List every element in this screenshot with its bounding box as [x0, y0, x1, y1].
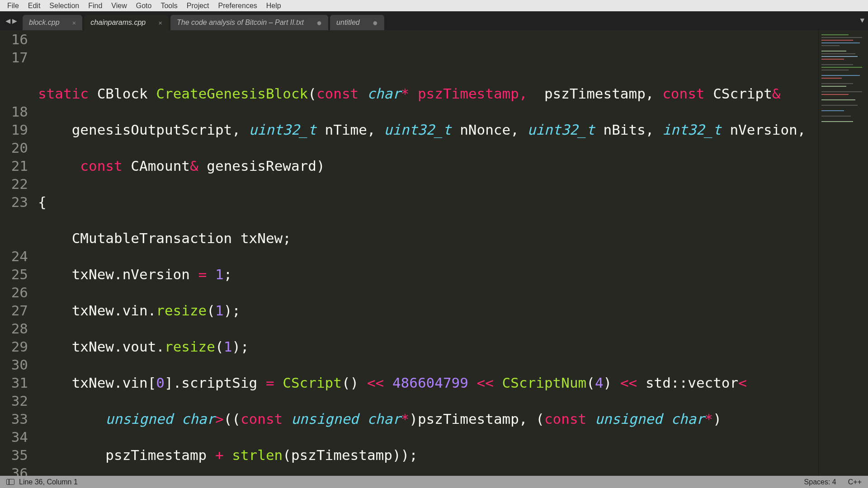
- tab-label: untitled: [336, 19, 360, 27]
- menu-project[interactable]: Project: [182, 2, 214, 10]
- tab-untitled[interactable]: untitled ●: [330, 15, 384, 30]
- nav-back-icon[interactable]: ◀: [5, 16, 10, 26]
- status-indent[interactable]: Spaces: 4: [804, 478, 836, 486]
- tab-label: chainparams.cpp: [90, 19, 146, 27]
- menu-file[interactable]: File: [3, 2, 24, 10]
- close-icon[interactable]: ×: [158, 19, 162, 27]
- editor: 1617 181920212223 2425262728293031323334…: [0, 30, 868, 476]
- menu-view[interactable]: View: [107, 2, 131, 10]
- panel-toggle-icon[interactable]: [6, 479, 14, 485]
- code-area[interactable]: static CBlock CreateGenesisBlock(const c…: [36, 30, 818, 476]
- menu-help[interactable]: Help: [262, 2, 286, 10]
- close-icon[interactable]: ×: [72, 19, 76, 27]
- menu-find[interactable]: Find: [84, 2, 107, 10]
- tabbar: ◀ ▶ block.cpp × chainparams.cpp × The co…: [0, 11, 868, 30]
- tab-analysis-txt[interactable]: The code analysis of Bitcoin – Part II.t…: [170, 15, 328, 30]
- minimap-preview-icon: [821, 33, 866, 132]
- menu-goto[interactable]: Goto: [132, 2, 156, 10]
- minimap[interactable]: [818, 30, 868, 476]
- status-cursor[interactable]: Line 36, Column 1: [19, 478, 78, 486]
- statusbar: Line 36, Column 1 Spaces: 4 C++: [0, 476, 868, 488]
- tab-block-cpp[interactable]: block.cpp ×: [23, 15, 82, 30]
- nav-forward-icon[interactable]: ▶: [12, 16, 17, 26]
- nav-arrows[interactable]: ◀ ▶: [0, 11, 23, 30]
- line-number-gutter: 1617 181920212223 2425262728293031323334…: [0, 30, 36, 476]
- menu-edit[interactable]: Edit: [24, 2, 45, 10]
- tab-overflow-icon[interactable]: ▼: [860, 11, 864, 30]
- status-language[interactable]: C++: [848, 478, 862, 486]
- tab-label: block.cpp: [29, 19, 60, 27]
- menubar: File Edit Selection Find View Goto Tools…: [0, 0, 868, 11]
- menu-tools[interactable]: Tools: [156, 2, 182, 10]
- tab-label: The code analysis of Bitcoin – Part II.t…: [177, 19, 304, 27]
- menu-preferences[interactable]: Preferences: [214, 2, 262, 10]
- tab-chainparams-cpp[interactable]: chainparams.cpp ×: [84, 15, 169, 30]
- menu-selection[interactable]: Selection: [45, 2, 84, 10]
